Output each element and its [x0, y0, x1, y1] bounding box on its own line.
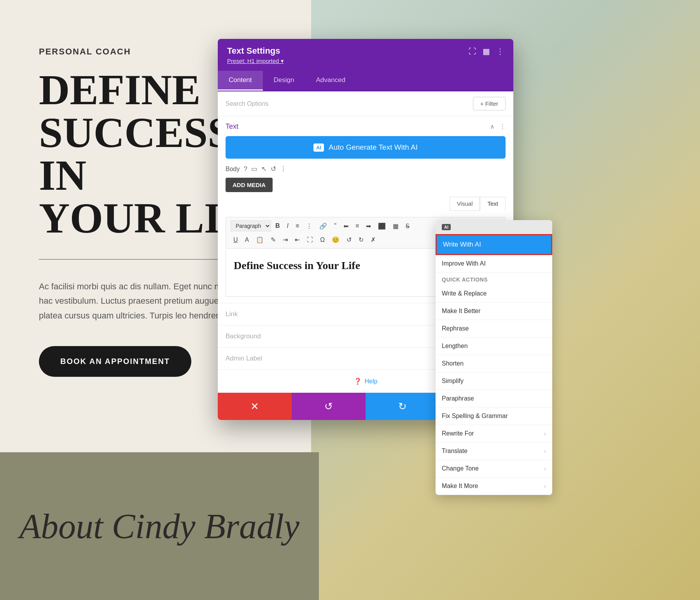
outdent[interactable]: ⇤ [292, 234, 303, 245]
ai-item-rephrase[interactable]: Rephrase [436, 320, 552, 338]
tab-visual[interactable]: Visual [450, 197, 480, 211]
redo-button[interactable]: ↻ [366, 393, 439, 420]
align-left[interactable]: ⬅ [341, 221, 351, 231]
ai-item-paraphrase[interactable]: Paraphrase [436, 390, 552, 408]
redo-editor[interactable]: ↻ [356, 234, 366, 245]
book-appointment-button[interactable]: BOOK AN APPOINTMENT [39, 346, 191, 377]
italic-button[interactable]: I [284, 221, 291, 231]
expand-icon[interactable]: ⛶ [469, 47, 476, 56]
italic2[interactable]: ✎ [268, 234, 278, 245]
ol-button[interactable]: ⋮ [303, 221, 315, 231]
panel-title: Text Settings [227, 46, 284, 56]
undo-icon[interactable]: ↺ [271, 165, 276, 173]
fullscreen[interactable]: ⛶ [304, 235, 316, 245]
ai-item-shorten[interactable]: Shorten [436, 355, 552, 373]
special-chars[interactable]: Ω [317, 235, 327, 245]
ai-item-simplify[interactable]: Simplify [436, 373, 552, 390]
undo-editor[interactable]: ↺ [344, 234, 354, 245]
ai-badge: AI [313, 143, 324, 152]
tab-text[interactable]: Text [480, 197, 506, 211]
paste[interactable]: 📋 [253, 234, 266, 245]
quick-actions-label: Quick Actions [436, 273, 552, 285]
ai-item-lengthen[interactable]: Lengthen [436, 338, 552, 355]
visual-text-tabs: Visual Text [450, 197, 506, 211]
mobile-icon[interactable]: ▭ [251, 165, 257, 173]
ai-item-make-better[interactable]: Make It Better [436, 303, 552, 320]
change-tone-chevron: › [544, 465, 546, 472]
table-button[interactable]: ▦ [390, 221, 401, 231]
tab-design[interactable]: Design [263, 71, 305, 91]
ai-item-change-tone[interactable]: Change Tone › [436, 460, 552, 478]
about-section: About Cindy Bradly [0, 452, 319, 600]
indent[interactable]: ⇥ [280, 234, 290, 245]
make-more-chevron: › [544, 483, 546, 489]
cursor-icon[interactable]: ↖ [261, 165, 267, 173]
clear-format[interactable]: ✗ [368, 234, 378, 245]
body-more-icon[interactable]: ⋮ [280, 165, 287, 173]
ai-item-translate[interactable]: Translate › [436, 443, 552, 460]
ai-item-fix-spelling[interactable]: Fix Spelling & Grammar [436, 408, 552, 425]
bold-button[interactable]: B [273, 221, 283, 231]
ai-generate-button[interactable]: AI Auto Generate Text With AI [226, 136, 506, 159]
grid-icon[interactable]: ▦ [483, 47, 490, 56]
rewrite-for-chevron: › [544, 430, 546, 437]
quote-button[interactable]: " [331, 221, 339, 231]
filter-button[interactable]: + Filter [473, 97, 506, 110]
align-right[interactable]: ➡ [363, 221, 374, 231]
panel-header-icons: ⛶ ▦ ⋮ [469, 47, 504, 56]
ai-dropdown-badge: AI [442, 224, 451, 230]
ai-generate-label: Auto Generate Text With AI [329, 143, 418, 152]
justify[interactable]: ⬛ [375, 221, 388, 231]
add-media-button[interactable]: ADD MEDIA [226, 178, 273, 192]
more-icon[interactable]: ⋮ [496, 47, 504, 56]
section-title: Text [226, 122, 238, 131]
section-header: Text ∧ ⋮ [226, 122, 506, 131]
improve-with-ai-item[interactable]: Improve With AI [436, 255, 552, 273]
about-title: About Cindy Bradly [19, 506, 299, 546]
collapse-icon[interactable]: ∧ [490, 123, 495, 130]
panel-search-bar: Search Options + Filter [218, 91, 513, 116]
font-color[interactable]: A [242, 235, 252, 245]
panel-header: Text Settings Preset: H1 imported ▾ ⛶ ▦ … [218, 39, 513, 71]
search-placeholder: Search Options [226, 100, 268, 107]
undo-button[interactable]: ↺ [292, 393, 366, 420]
ai-item-make-more[interactable]: Make It More › [436, 478, 552, 495]
help-circle-icon: ❓ [354, 378, 362, 385]
translate-chevron: › [544, 448, 546, 454]
ai-item-write-replace[interactable]: Write & Replace [436, 285, 552, 303]
panel-tabs: Content Design Advanced [218, 71, 513, 91]
align-center[interactable]: ≡ [353, 221, 362, 231]
ai-dropdown-menu: AI Write With AI Improve With AI Quick A… [436, 220, 552, 495]
write-with-ai-item[interactable]: Write With AI [436, 234, 552, 255]
section-icons: ∧ ⋮ [490, 123, 506, 130]
section-more-icon[interactable]: ⋮ [499, 123, 506, 130]
cancel-button[interactable]: ✕ [218, 393, 292, 420]
ul-button[interactable]: ≡ [293, 221, 302, 231]
panel-header-info: Text Settings Preset: H1 imported ▾ [227, 46, 284, 65]
link-button[interactable]: 🔗 [317, 221, 330, 231]
help-label: Help [365, 378, 378, 385]
tab-content[interactable]: Content [218, 71, 263, 91]
paragraph-select[interactable]: Paragraph [231, 220, 271, 231]
strikethrough[interactable]: S̶ [403, 221, 412, 231]
ai-dropdown-header: AI [436, 220, 552, 234]
tab-advanced[interactable]: Advanced [305, 71, 356, 91]
emoji[interactable]: 😊 [329, 234, 342, 245]
underline[interactable]: U [231, 235, 241, 245]
body-label: Body [226, 166, 240, 173]
ai-item-rewrite-for[interactable]: Rewrite For › [436, 425, 552, 443]
help-icon[interactable]: ? [243, 165, 247, 173]
body-toolbar: Body ? ▭ ↖ ↺ ⋮ [226, 165, 506, 173]
panel-preset[interactable]: Preset: H1 imported ▾ [227, 58, 284, 65]
